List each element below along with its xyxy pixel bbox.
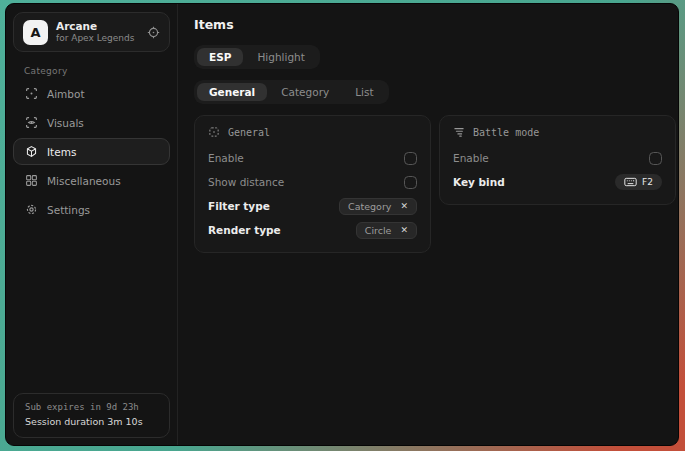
panel-title: General bbox=[228, 127, 270, 138]
viewfinder-icon bbox=[208, 126, 220, 138]
sub-tabs: General Category List bbox=[194, 80, 389, 104]
tab-list[interactable]: List bbox=[343, 83, 385, 101]
sidebar-item-label: Visuals bbox=[47, 117, 84, 129]
select-value: Category bbox=[348, 201, 391, 212]
keybind-value: F2 bbox=[642, 177, 653, 187]
general-panel-header: General bbox=[208, 126, 417, 138]
battle-mode-panel: Battle mode Enable Key bind bbox=[439, 115, 676, 205]
session-duration-text: Session duration 3m 10s bbox=[25, 415, 158, 430]
sidebar-item-settings[interactable]: Settings bbox=[13, 196, 170, 223]
setting-row-render-type: Render type Circle ✕ bbox=[208, 218, 417, 242]
gear-icon bbox=[25, 203, 38, 216]
general-panel: General Enable Show distance Filter type… bbox=[194, 115, 431, 253]
sidebar-item-label: Items bbox=[47, 146, 76, 158]
setting-row-show-distance: Show distance bbox=[208, 170, 417, 194]
battle-mode-panel-header: Battle mode bbox=[453, 126, 662, 138]
tab-esp[interactable]: ESP bbox=[197, 48, 243, 66]
panel-title: Battle mode bbox=[473, 127, 539, 138]
category-section-label: Category bbox=[24, 66, 177, 76]
setting-row-key-bind: Key bind F2 bbox=[453, 170, 662, 194]
target-icon[interactable] bbox=[147, 26, 160, 39]
tab-general[interactable]: General bbox=[197, 83, 267, 101]
sidebar-item-label: Miscellaneous bbox=[47, 175, 121, 187]
page-title: Items bbox=[194, 17, 676, 32]
sidebar: A Arcane for Apex Legends Category bbox=[6, 4, 178, 445]
keybind-button[interactable]: F2 bbox=[615, 174, 662, 190]
tab-highlight[interactable]: Highlight bbox=[245, 48, 316, 66]
sidebar-nav: Aimbot Visuals bbox=[6, 79, 177, 224]
tab-category[interactable]: Category bbox=[269, 83, 341, 101]
setting-row-enable: Enable bbox=[453, 146, 662, 170]
sidebar-item-label: Aimbot bbox=[47, 88, 85, 100]
sub-expiry-text: Sub expires in 9d 23h bbox=[25, 401, 158, 415]
profile-card: A Arcane for Apex Legends bbox=[13, 12, 170, 52]
enable-checkbox[interactable] bbox=[404, 152, 417, 165]
sidebar-item-aimbot[interactable]: Aimbot bbox=[13, 80, 170, 107]
tornado-icon bbox=[453, 126, 465, 138]
setting-row-filter-type: Filter type Category ✕ bbox=[208, 194, 417, 218]
setting-label: Render type bbox=[208, 224, 281, 236]
grid-icon bbox=[25, 174, 38, 187]
app-title-block: Arcane for Apex Legends bbox=[56, 20, 139, 43]
show-distance-checkbox[interactable] bbox=[404, 176, 417, 189]
eye-icon bbox=[25, 116, 38, 129]
app-subtitle: for Apex Legends bbox=[56, 33, 139, 44]
sidebar-item-items[interactable]: Items bbox=[13, 138, 170, 165]
battle-enable-checkbox[interactable] bbox=[649, 152, 662, 165]
app-logo: A bbox=[23, 20, 48, 45]
setting-label: Filter type bbox=[208, 200, 270, 212]
clear-icon[interactable]: ✕ bbox=[400, 225, 408, 235]
main-content: Items ESP Highlight General Category Lis… bbox=[178, 4, 679, 445]
setting-label: Enable bbox=[453, 152, 489, 164]
app-window: A Arcane for Apex Legends Category bbox=[5, 3, 679, 446]
setting-row-enable: Enable bbox=[208, 146, 417, 170]
render-type-select[interactable]: Circle ✕ bbox=[356, 222, 417, 239]
mode-tabs: ESP Highlight bbox=[194, 45, 320, 69]
filter-type-select[interactable]: Category ✕ bbox=[339, 198, 417, 215]
clear-icon[interactable]: ✕ bbox=[400, 201, 408, 211]
setting-label: Show distance bbox=[208, 176, 284, 188]
package-icon bbox=[25, 145, 38, 158]
setting-label: Enable bbox=[208, 152, 244, 164]
sidebar-item-label: Settings bbox=[47, 204, 90, 216]
keyboard-icon bbox=[624, 177, 637, 187]
crosshair-icon bbox=[25, 87, 38, 100]
sidebar-item-miscellaneous[interactable]: Miscellaneous bbox=[13, 167, 170, 194]
sidebar-item-visuals[interactable]: Visuals bbox=[13, 109, 170, 136]
setting-label: Key bind bbox=[453, 176, 505, 188]
app-name: Arcane bbox=[56, 20, 139, 33]
select-value: Circle bbox=[365, 225, 392, 236]
session-info-card: Sub expires in 9d 23h Session duration 3… bbox=[13, 393, 170, 438]
